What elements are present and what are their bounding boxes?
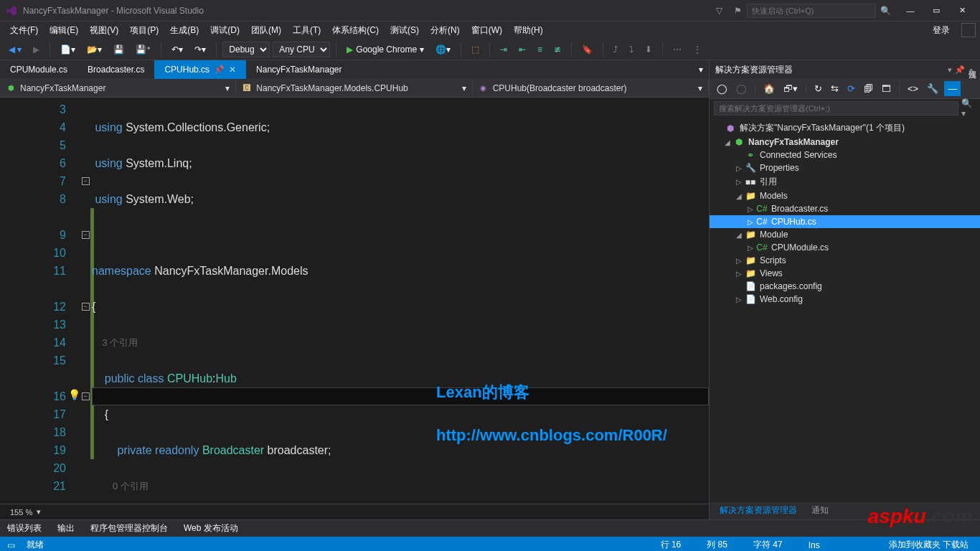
menu-analyze[interactable]: 分析(N) [425, 22, 466, 39]
open-file-button[interactable]: 📂▾ [83, 42, 106, 57]
tree-connected[interactable]: ⚭Connected Services [710, 149, 980, 161]
tree-packages[interactable]: 📄packages.config [710, 280, 980, 293]
tb-icon-step1[interactable]: ⤴ [609, 42, 622, 57]
tree-properties[interactable]: ▷🔧Properties [710, 161, 980, 174]
quick-launch-input[interactable] [747, 4, 876, 18]
fwd-icon[interactable]: ◯ [733, 81, 750, 96]
nav-member[interactable]: ◉CPUHub(Broadcaster broadcaster)▾ [473, 80, 709, 96]
tab-error-list[interactable]: 错误列表 [4, 520, 44, 537]
collapse-icon[interactable]: ⇆ [828, 81, 842, 96]
tb-icon-bookmark[interactable]: 🔖 [578, 42, 597, 57]
navigate-back-button[interactable]: ◀ ▾ [4, 42, 26, 57]
nav-class[interactable]: 🅲NancyFxTaskManager.Models.CPUHub▾ [236, 80, 472, 96]
tab-package-console[interactable]: 程序包管理器控制台 [88, 520, 171, 537]
menu-help[interactable]: 帮助(H) [508, 22, 549, 39]
fold-icon[interactable]: − [82, 303, 90, 311]
save-all-button[interactable]: 💾⁺ [131, 42, 155, 57]
tb-icon-step3[interactable]: ⬇ [641, 42, 656, 57]
menu-view[interactable]: 视图(V) [84, 22, 124, 39]
dropdown-icon[interactable]: ▾ [948, 65, 952, 75]
tree-module[interactable]: ◢📁Module [710, 228, 980, 241]
tree-solution[interactable]: ⬢解决方案"NancyFxTaskManager"(1 个项目) [710, 121, 980, 136]
tree-models[interactable]: ◢📁Models [710, 189, 980, 202]
fold-icon[interactable]: − [82, 177, 90, 185]
properties-vtab[interactable]: 属性 [966, 60, 979, 69]
maximize-button[interactable]: ▭ [924, 1, 948, 20]
tab-broadcaster[interactable]: Broadcaster.cs [77, 60, 154, 79]
tb-icon-extra2[interactable]: ⋮ [689, 42, 706, 57]
tree-cpumodule-cs[interactable]: ▷C#CPUModule.cs [710, 241, 980, 254]
menu-project[interactable]: 项目(P) [124, 22, 164, 39]
start-debug-button[interactable]: ▶Google Chrome ▾ [342, 42, 428, 57]
preview-icon[interactable]: 🗔 [879, 81, 894, 96]
close-button[interactable]: ✕ [950, 1, 974, 20]
navigate-fwd-button[interactable]: ▶ [29, 42, 44, 57]
tab-solution-explorer[interactable]: 解决方案资源管理器 [712, 501, 804, 519]
scope-icon[interactable]: ↻ [811, 81, 825, 96]
menu-arch[interactable]: 体系结构(C) [326, 22, 385, 39]
tb-icon-outdent[interactable]: ⇤ [514, 42, 530, 57]
tab-cpumodule[interactable]: CPUModule.cs [0, 60, 77, 79]
menu-team[interactable]: 团队(M) [245, 22, 287, 39]
code-content[interactable]: using System.Collections.Generic; using … [92, 98, 709, 504]
sync-icon[interactable]: 🗗▾ [781, 81, 801, 96]
search-icon[interactable]: 🔍▾ [961, 98, 976, 118]
home-icon[interactable]: 🏠 [760, 81, 778, 96]
code-editor[interactable]: 💡 3456 78 910 11 12131415 161718192021 −… [0, 98, 709, 504]
fold-icon[interactable]: − [82, 392, 90, 400]
tab-cpuhub[interactable]: CPUHub.cs📌✕ [154, 60, 246, 79]
pin-icon[interactable]: 📌 [214, 65, 225, 75]
lightbulb-icon[interactable]: 💡 [68, 389, 80, 400]
refresh-icon[interactable]: ⟳ [844, 81, 858, 96]
zoom-level[interactable]: 155 % [6, 507, 37, 518]
menu-debug[interactable]: 调试(D) [204, 22, 245, 39]
browser-select-button[interactable]: 🌐▾ [431, 42, 455, 57]
search-icon[interactable]: 🔍 [880, 6, 891, 16]
pin-icon[interactable]: 📌 [955, 65, 965, 75]
menu-window[interactable]: 窗口(W) [466, 22, 508, 39]
nav-project[interactable]: ⬢NancyFxTaskManager▾ [0, 80, 236, 96]
tab-web-publish[interactable]: Web 发布活动 [181, 520, 241, 537]
tree-views[interactable]: ▷📁Views [710, 267, 980, 280]
menu-build[interactable]: 生成(B) [164, 22, 204, 39]
feedback-icon[interactable]: ⚑ [730, 3, 745, 19]
fold-icon[interactable]: − [82, 231, 90, 239]
menu-file[interactable]: 文件(F) [4, 22, 44, 39]
platform-select[interactable]: Any CPU [273, 42, 330, 57]
close-tab-icon[interactable]: ✕ [229, 65, 236, 75]
menu-test[interactable]: 测试(S) [385, 22, 425, 39]
tb-icon-extra[interactable]: ⋯ [669, 42, 686, 57]
tb-icon-step2[interactable]: ⤵ [625, 42, 638, 57]
tabs-dropdown[interactable]: ▾ [693, 60, 709, 79]
tree-broadcaster-cs[interactable]: ▷C#Broadcaster.cs [710, 202, 980, 215]
save-button[interactable]: 💾 [109, 42, 128, 57]
show-all-icon[interactable]: 🗐 [861, 81, 876, 96]
solution-search-input[interactable] [714, 101, 958, 116]
tb-icon-indent[interactable]: ⇥ [496, 42, 512, 57]
properties-icon[interactable]: 🔧 [924, 81, 941, 96]
minimize-button[interactable]: — [898, 1, 923, 20]
tab-output[interactable]: 输出 [55, 520, 77, 537]
tree-webconfig[interactable]: ▷📄Web.config [710, 293, 980, 306]
tree-project[interactable]: ◢⬢NancyFxTaskManager [710, 136, 980, 149]
tree-scripts[interactable]: ▷📁Scripts [710, 254, 980, 267]
new-project-button[interactable]: 📄▾ [56, 42, 80, 57]
tab-project[interactable]: NancyFxTaskManager [246, 60, 352, 79]
tree-refs[interactable]: ▷■■引用 [710, 174, 980, 189]
tb-icon-uncomment[interactable]: ≢ [550, 42, 565, 57]
menu-edit[interactable]: 编辑(E) [44, 22, 84, 39]
tree-cpuhub-cs[interactable]: ▷C#CPUHub.cs [710, 215, 980, 228]
wrench-icon[interactable]: — [944, 81, 961, 96]
tb-icon-comment[interactable]: ≡ [533, 42, 547, 57]
config-select[interactable]: Debug [222, 42, 270, 57]
back-icon[interactable]: ◯ [714, 81, 730, 96]
undo-button[interactable]: ↶▾ [167, 42, 187, 57]
avatar-icon[interactable] [961, 23, 976, 37]
menu-tools[interactable]: 工具(T) [287, 22, 326, 39]
code-icon[interactable]: <> [905, 81, 921, 96]
tab-notifications[interactable]: 通知 [804, 501, 836, 519]
notifications-icon[interactable]: ▽ [711, 3, 727, 19]
redo-button[interactable]: ↷▾ [190, 42, 210, 57]
tb-icon-1[interactable]: ⬚ [467, 42, 484, 57]
login-button[interactable]: 登录 [927, 22, 956, 39]
